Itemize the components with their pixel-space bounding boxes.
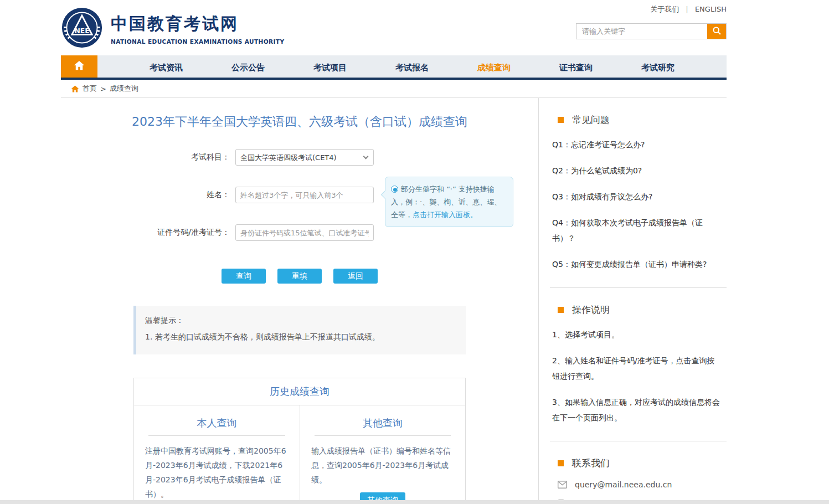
self-query-column: 本人查询 注册中国教育考试网账号，查询2005年6月-2023年6月考试成绩，下… [134,405,300,504]
instruction-step-2: 2、输入姓名和证件号码/准考证号，点击查询按钮进行查询。 [552,353,721,384]
notice-title: 温馨提示： [145,316,457,326]
instructions-section-title: 操作说明 [572,304,610,316]
contact-section-title: 联系我们 [572,457,610,470]
other-query-title: 其他查询 [315,416,451,436]
nav-item-announcements[interactable]: 公示公告 [207,55,289,78]
svg-text:NEE: NEE [74,27,89,35]
email-icon [558,481,567,488]
nav-item-exam-research[interactable]: 考试研究 [617,55,699,78]
exam-subject-select[interactable]: 全国大学英语四级考试(CET4) [235,149,374,166]
breadcrumb-separator: > [100,85,106,93]
exam-subject-label: 考试科目： [61,152,235,162]
name-label: 姓名： [61,190,235,200]
other-query-description: 输入成绩报告单（证书）编号和姓名等信息，查询2005年6月-2023年6月考试成… [311,444,454,487]
instruction-step-1: 1、选择考试项目。 [552,327,721,342]
contact-section: 联系我们 query@mail.neea.edu.cn [550,441,727,504]
about-us-link[interactable]: 关于我们 [650,5,679,13]
nav-item-exam-news[interactable]: 考试资讯 [125,55,207,78]
site-subtitle: NATIONAL EDUCATION EXAMINATIONS AUTHORIT… [111,38,284,45]
id-number-field[interactable] [235,224,374,241]
reset-button[interactable]: 重填 [277,269,322,284]
home-icon [74,60,85,73]
faq-item-q5[interactable]: Q5：如何变更成绩报告单（证书）申请种类? [552,256,721,272]
search-input[interactable] [576,24,707,39]
notice-box: 温馨提示： 1. 若考生的口试成绩为不合格，则成绩报告单上不报道其口试成绩。 [133,306,466,354]
sidebar: 常见问题 Q1：忘记准考证号怎么办? Q2：为什么笔试成绩为0? Q3：如对成绩… [538,98,727,504]
faq-item-q2[interactable]: Q2：为什么笔试成绩为0? [552,163,721,178]
search-button[interactable] [707,24,726,39]
page-title: 2023年下半年全国大学英语四、六级考试（含口试）成绩查询 [61,114,538,130]
section-bullet-icon [558,460,564,466]
self-query-description: 注册中国教育考试网账号，查询2005年6月-2023年6月考试成绩，下载2021… [145,444,289,501]
breadcrumb-home[interactable]: 首页 [83,84,97,94]
english-link[interactable]: ENGLISH [695,5,727,13]
faq-item-q3[interactable]: Q3：如对成绩有异议怎么办? [552,189,721,204]
main-nav: 考试资讯 公示公告 考试项目 考试报名 成绩查询 证书查询 考试研究 [61,55,727,80]
rare-character-tooltip: 部分生僻字和 “·” 支持快捷输入，例：·、龑、栒、䜣、惪、瑆、仝等，点击打开输… [385,177,513,227]
faq-item-q4[interactable]: Q4：如何获取本次考试电子成绩报告单（证书）？ [552,215,721,246]
nav-item-exam-registration[interactable]: 考试报名 [371,55,453,78]
breadcrumb: 首页 > 成绩查询 [61,80,727,98]
site-title: 中国教育考试网 [111,13,284,35]
faq-section-title: 常见问题 [572,114,610,126]
site-logo[interactable]: NEE 中国教育考试网 NATIONAL EDUCATION EXAMINATI… [61,0,284,55]
history-panel-title: 历史成绩查询 [134,378,465,405]
open-input-panel-link[interactable]: 点击打开输入面板。 [413,210,477,219]
query-button[interactable]: 查询 [222,269,266,284]
history-query-panel: 历史成绩查询 本人查询 注册中国教育考试网账号，查询2005年6月-2023年6… [133,378,466,504]
neea-emblem-icon: NEE [61,7,103,51]
nav-item-certificate-query[interactable]: 证书查询 [535,55,617,78]
nav-item-score-query[interactable]: 成绩查询 [453,55,535,78]
name-field[interactable] [235,187,374,203]
site-search [576,23,727,39]
search-icon [712,26,722,37]
instructions-section: 操作说明 1、选择考试项目。 2、输入姓名和证件号码/准考证号，点击查询按钮进行… [550,288,727,441]
contact-email[interactable]: query@mail.neea.edu.cn [575,480,672,489]
self-query-title: 本人查询 [148,416,285,436]
page-header: NEE 中国教育考试网 NATIONAL EDUCATION EXAMINATI… [61,0,727,55]
faq-item-q1[interactable]: Q1：忘记准考证号怎么办? [552,137,721,152]
link-divider: | [686,5,688,13]
breadcrumb-home-icon [71,85,79,92]
nav-home-button[interactable] [61,55,97,78]
other-query-column: 其他查询 输入成绩报告单（证书）编号和姓名等信息，查询2005年6月-2023年… [300,405,465,504]
notice-item: 1. 若考生的口试成绩为不合格，则成绩报告单上不报道其口试成绩。 [145,332,457,342]
instruction-step-3: 3、如果输入信息正确，对应考试的成绩信息将会在下一个页面列出。 [552,394,721,425]
radio-dot-icon [391,186,398,193]
back-button[interactable]: 返回 [333,269,378,284]
section-bullet-icon [558,307,564,313]
nav-item-exam-programs[interactable]: 考试项目 [289,55,371,78]
section-bullet-icon [558,117,564,123]
footer-strip [0,500,829,504]
main-panel: 2023年下半年全国大学英语四、六级考试（含口试）成绩查询 考试科目： 全国大学… [61,98,538,504]
id-number-label: 证件号码/准考证号： [61,228,235,238]
breadcrumb-current: 成绩查询 [110,84,138,94]
faq-section: 常见问题 Q1：忘记准考证号怎么办? Q2：为什么笔试成绩为0? Q3：如对成绩… [550,98,727,288]
